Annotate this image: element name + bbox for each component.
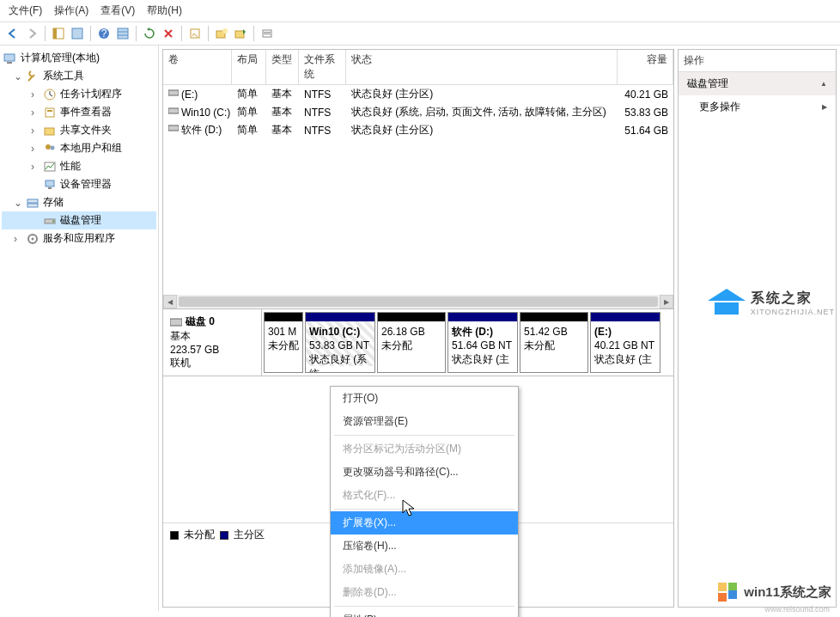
event-icon [43,106,57,119]
new-volume-icon[interactable] [213,25,230,42]
svg-point-22 [51,145,55,150]
tree-task-scheduler[interactable]: › 任务计划程序 [2,85,156,103]
scroll-left-icon[interactable]: ◀ [163,295,177,308]
col-layout[interactable]: 布局 [232,50,266,84]
svg-rect-24 [46,180,54,186]
tree-system-tools[interactable]: ⌄ 系统工具 [2,67,156,85]
windows-logo-icon [718,583,737,602]
disk-label[interactable]: 磁盘 0 基本 223.57 GB 联机 [163,309,262,376]
tree-shared-folders[interactable]: › 共享文件夹 [2,121,156,139]
actions-more[interactable]: 更多操作 ▶ [679,95,836,119]
volume-status: 状态良好 (系统, 启动, 页面文件, 活动, 故障转储, 主分区) [346,103,618,121]
ctx-change-drive-letter[interactable]: 更改驱动器号和路径(C)... [331,461,518,484]
expand-icon[interactable]: ⌄ [14,197,22,209]
tree-local-users[interactable]: › 本地用户和组 [2,139,156,157]
disk-segment[interactable]: 301 M未分配 [264,312,303,373]
volume-row[interactable]: (E:)简单基本NTFS状态良好 (主分区)40.21 GB [163,85,673,103]
tree-root[interactable]: 计算机管理(本地) [2,49,156,67]
svg-rect-11 [235,31,244,38]
show-hide-actions-button[interactable] [69,25,86,42]
volume-type: 基本 [266,121,299,139]
ctx-extend-volume[interactable]: 扩展卷(X)... [331,511,518,535]
disk-segment[interactable]: 51.42 GB未分配 [520,312,588,373]
forward-button[interactable] [23,25,40,42]
volume-fs: NTFS [299,87,346,102]
tree-services[interactable]: › 服务和应用程序 [2,229,156,247]
expand-icon[interactable]: › [31,161,40,173]
volume-status: 状态良好 (主分区) [346,121,618,139]
expand-icon[interactable]: › [14,233,22,245]
label: 存储 [43,195,64,210]
cancel-icon[interactable] [160,25,177,42]
ctx-explorer[interactable]: 资源管理器(E) [331,410,518,433]
clock-icon [43,88,57,101]
tree-device-manager[interactable]: 设备管理器 [2,175,156,193]
volume-list-header: 卷 布局 类型 文件系统 状态 容量 [163,50,673,85]
segment-header [378,313,445,321]
refresh-button[interactable] [141,25,158,42]
show-hide-tree-button[interactable] [50,25,67,42]
svg-point-21 [46,144,51,150]
ctx-shrink-volume[interactable]: 压缩卷(H)... [331,535,518,558]
ctx-open[interactable]: 打开(O) [331,387,518,410]
expand-icon[interactable]: › [31,125,40,137]
volume-row[interactable]: 软件 (D:)简单基本NTFS状态良好 (主分区)51.64 GB [163,121,673,139]
ctx-properties[interactable]: 属性(P) [331,608,518,617]
tree-event-viewer[interactable]: › 事件查看器 [2,103,156,121]
view-list-button[interactable] [114,25,131,42]
col-status[interactable]: 状态 [346,50,618,84]
actions-disk-management[interactable]: 磁盘管理 ▲ [679,72,836,95]
expand-icon[interactable]: › [31,107,40,119]
help-icon[interactable]: ? [95,25,113,42]
ctx-delete-volume: 删除卷(D)... [331,581,518,604]
label: 更多操作 [699,100,740,114]
col-volume[interactable]: 卷 [163,50,232,84]
tree-disk-management[interactable]: 磁盘管理 [2,211,156,229]
menu-action[interactable]: 操作(A) [54,3,88,18]
drive-icon [168,106,179,116]
expand-icon[interactable]: ⌄ [14,70,22,82]
volume-name: (E:) [181,89,198,101]
device-icon [43,178,57,192]
disk-segment[interactable]: (E:)40.21 GB NT状态良好 (主 [590,312,660,373]
menu-file[interactable]: 文件(F) [9,3,42,18]
expand-icon[interactable]: › [31,89,40,101]
menu-help[interactable]: 帮助(H) [147,3,182,18]
settings-icon[interactable] [259,25,276,42]
scroll-thumb[interactable] [179,296,658,307]
volume-capacity: 40.21 GB [618,87,673,102]
watermark-xitongzhijia: 系统之家 XITONGZHIJIA.NET [708,289,835,316]
expand-icon[interactable]: › [31,143,40,155]
disk-segment[interactable]: Win10 (C:)53.83 GB NT状态良好 (系统 [305,312,375,373]
col-filesystem[interactable]: 文件系统 [299,50,346,84]
col-capacity[interactable]: 容量 [618,50,673,84]
menu-view[interactable]: 查看(V) [100,3,135,18]
toolbar: ? [0,22,840,46]
legend-swatch-unalloc [170,531,179,540]
tree-performance[interactable]: › 性能 [2,157,156,175]
users-icon [43,142,57,156]
svg-text:?: ? [101,27,107,40]
svg-rect-19 [47,110,52,112]
back-button[interactable] [4,25,21,42]
volume-list: 卷 布局 类型 文件系统 状态 容量 (E:)简单基本NTFS状态良好 (主分区… [163,50,673,309]
svg-rect-2 [72,28,82,39]
scroll-right-icon[interactable]: ▶ [660,295,673,308]
attach-vhd-icon[interactable] [232,25,249,42]
disk-segment[interactable]: 软件 (D:)51.64 GB NT状态良好 (主 [447,312,518,373]
svg-rect-26 [27,199,38,203]
drive-icon [168,88,179,98]
label: 设备管理器 [60,177,112,192]
col-type[interactable]: 类型 [266,50,299,84]
disk-segment[interactable]: 26.18 GB未分配 [377,312,446,373]
properties-icon[interactable] [186,25,204,42]
horizontal-scrollbar[interactable]: ◀ ▶ [163,295,673,308]
segment-body: 301 M未分配 [265,321,302,366]
folder-share-icon [43,124,57,137]
segment-body: (E:)40.21 GB NT状态良好 (主 [591,321,660,366]
tree-storage[interactable]: ⌄ 存储 [2,193,156,211]
legend-unalloc: 未分配 [184,528,215,542]
volume-row[interactable]: Win10 (C:)简单基本NTFS状态良好 (系统, 启动, 页面文件, 活动… [163,103,673,121]
volume-status: 状态良好 (主分区) [346,85,618,103]
svg-rect-16 [7,62,12,64]
